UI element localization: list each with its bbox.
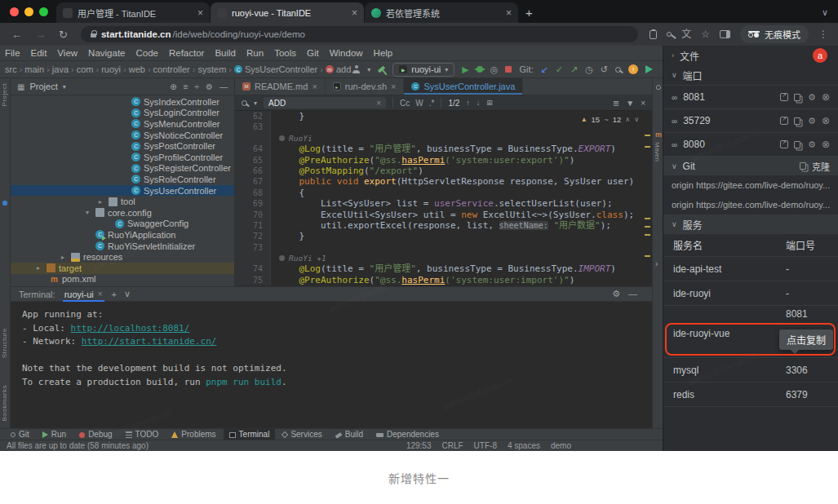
terminal-link[interactable]: http://start.titanide.cn/ <box>82 336 217 347</box>
translate-icon[interactable]: 文 <box>681 29 691 39</box>
next-problem-icon[interactable]: ∨ <box>634 116 639 123</box>
clipboard-icon[interactable] <box>650 30 657 39</box>
chevron-down-icon[interactable]: ▾ <box>86 209 92 216</box>
status-widget[interactable]: 129:53 <box>406 441 432 450</box>
close-find-bar-icon[interactable]: × <box>641 99 645 108</box>
tab-close-icon[interactable]: × <box>312 82 317 91</box>
zoom-window-button[interactable] <box>39 7 48 16</box>
git-update-icon[interactable]: ↙ <box>541 64 548 75</box>
inspections-widget[interactable]: ▲ 15 ~ 12 ∧ ∨ <box>581 115 639 124</box>
find-option-toggle[interactable]: .* <box>429 99 435 108</box>
breadcrumb-item[interactable]: madd <box>326 64 351 74</box>
bookmark-star-icon[interactable]: ☆ <box>701 29 710 39</box>
tab-close-icon[interactable]: × <box>391 82 396 91</box>
browser-tab[interactable]: 用户管理 - TitanIDE× <box>56 2 210 23</box>
services-section-header[interactable]: ∨ 服务 <box>663 214 838 234</box>
git-origin[interactable]: origin https://gitee.com/live-demo/ruoy.… <box>663 195 838 214</box>
git-commit-icon[interactable]: ✓ <box>556 64 563 75</box>
debug-button[interactable] <box>477 66 483 73</box>
copy-icon[interactable] <box>794 141 800 148</box>
tree-item[interactable]: CSysRoleController <box>11 174 234 185</box>
chevron-right-icon[interactable]: ▸ <box>37 264 43 272</box>
close-port-icon[interactable] <box>822 139 830 150</box>
menu-item[interactable]: Tools <box>274 48 296 58</box>
tab-close-icon[interactable]: × <box>506 7 512 19</box>
chevron-right-icon[interactable]: ▸ <box>99 198 105 206</box>
tree-item[interactable]: mpom.xml <box>11 274 234 285</box>
collapse-all-icon[interactable]: ÷ <box>195 82 200 91</box>
tree-item[interactable]: CSysRegisterController <box>11 163 234 175</box>
find-option-toggle[interactable]: Cc <box>400 99 410 108</box>
menu-item[interactable]: Build <box>215 48 236 58</box>
services-play-icon[interactable] <box>645 65 653 73</box>
breadcrumb-item[interactable]: src <box>5 64 17 74</box>
tool-window-button-todo[interactable]: TODO <box>120 429 165 440</box>
tool-window-button-problems[interactable]: Problems <box>166 429 221 440</box>
new-terminal-icon[interactable]: + <box>112 290 117 299</box>
menu-item[interactable]: File <box>5 48 20 58</box>
clone-button[interactable]: 克隆 <box>800 160 830 173</box>
build-hammer-icon[interactable] <box>378 66 385 73</box>
close-port-icon[interactable] <box>822 115 830 126</box>
open-in-browser-icon[interactable] <box>780 140 788 148</box>
previous-match-icon[interactable]: ↑ <box>466 99 470 107</box>
close-window-button[interactable] <box>10 7 19 16</box>
history-icon[interactable]: ◷ <box>585 64 593 75</box>
tree-item[interactable]: ▸resources <box>11 251 234 263</box>
tree-item[interactable]: CSysLoginController <box>11 108 234 119</box>
tool-window-button-services[interactable]: Services <box>277 429 327 440</box>
settings-icon[interactable] <box>808 115 816 126</box>
forward-button[interactable]: → <box>30 29 51 41</box>
find-option-toggle[interactable]: W <box>415 99 423 108</box>
copy-icon[interactable] <box>794 94 800 101</box>
breadcrumb-item[interactable]: controller <box>153 64 190 74</box>
password-key-icon[interactable] <box>667 32 672 37</box>
chevron-down-icon[interactable]: ▾ <box>367 66 370 73</box>
chevron-down-icon[interactable]: ▾ <box>63 83 66 91</box>
maven-stripe-button[interactable]: Maven <box>654 142 661 161</box>
breadcrumb-item[interactable]: web <box>129 64 145 74</box>
settings-icon[interactable] <box>808 91 816 103</box>
tree-item[interactable]: CSysUserController <box>11 185 234 197</box>
tree-item[interactable]: ▸tool <box>11 196 234 207</box>
files-section-header[interactable]: › 文件 a <box>663 46 838 65</box>
terminal-dropdown-icon[interactable]: ∨ <box>124 289 131 299</box>
reload-button[interactable]: ↻ <box>54 29 73 41</box>
update-notification-icon[interactable]: ↑ <box>628 64 638 74</box>
tool-window-button-build[interactable]: Build <box>330 429 369 440</box>
ports-section-header[interactable]: ∨ 端口 <box>663 65 838 85</box>
search-icon[interactable] <box>615 67 621 73</box>
tree-item[interactable]: CSysPostController <box>11 140 234 152</box>
previous-problem-icon[interactable]: ∧ <box>625 116 630 123</box>
breadcrumb-item[interactable]: CSysUserController <box>234 64 317 74</box>
editor-tab[interactable]: MREADME.md× <box>235 78 326 95</box>
tree-item[interactable]: CSysIndexController <box>11 96 234 108</box>
stop-button[interactable] <box>505 66 512 73</box>
service-row[interactable]: ide-ruoyi- <box>663 281 838 306</box>
panel-settings-icon[interactable]: ⚙ <box>206 82 213 91</box>
close-port-icon[interactable] <box>822 91 830 103</box>
tree-item[interactable]: CRuoYiApplication <box>11 229 234 241</box>
tab-close-icon[interactable]: × <box>197 7 203 19</box>
code-area[interactable]: 62 }63RuoYi64 @Log(title = "用户管理", busin… <box>235 111 652 286</box>
search-history-chevron-icon[interactable]: ▾ <box>254 99 257 107</box>
menu-item[interactable]: Code <box>135 48 158 58</box>
status-widget[interactable]: CRLF <box>441 441 463 450</box>
tool-window-button-debug[interactable]: Debug <box>73 429 117 440</box>
git-section-header[interactable]: ∨ Git 克隆 <box>663 156 838 175</box>
next-match-icon[interactable]: ↓ <box>477 99 481 107</box>
breadcrumb-item[interactable]: ruoyi <box>101 64 121 74</box>
rollback-icon[interactable]: ↺ <box>601 64 608 75</box>
breadcrumb-item[interactable]: com <box>77 64 94 74</box>
tree-item[interactable]: CSysNoticeController <box>11 130 234 141</box>
service-row[interactable]: redis6379 <box>663 382 838 407</box>
splitter-chevron-icon[interactable]: › <box>655 259 658 268</box>
address-bar[interactable]: start.titanide.cn /ide/web/coding/ruoyi-… <box>81 26 638 42</box>
tab-close-icon[interactable]: × <box>352 7 357 19</box>
tree-item[interactable]: CRuoYiServletInitializer <box>11 241 234 252</box>
locate-file-icon[interactable]: ⊕ <box>170 82 176 91</box>
select-all-matches-icon[interactable]: ⊞ <box>486 99 493 107</box>
menu-item[interactable]: Edit <box>31 48 47 58</box>
tool-window-button-terminal[interactable]: Terminal <box>224 429 276 440</box>
git-push-icon[interactable]: ↗ <box>570 64 578 75</box>
